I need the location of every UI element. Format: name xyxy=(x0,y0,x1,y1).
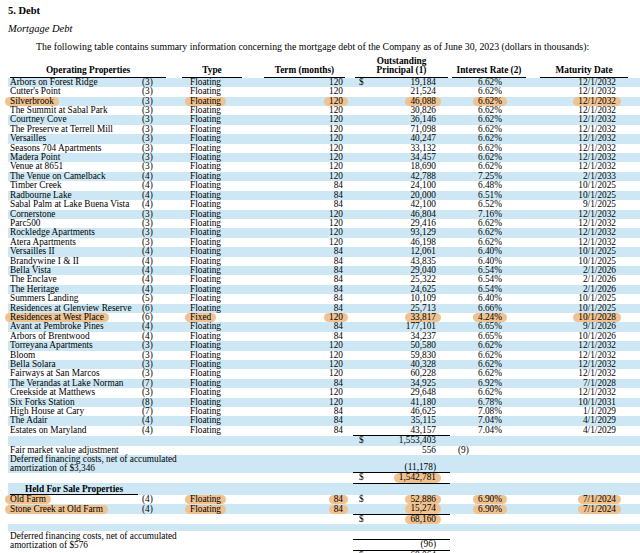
date-value: 7/1/2024 xyxy=(578,505,621,514)
rate-value: 6.62% xyxy=(478,86,502,96)
currency-symbol-cell: $ xyxy=(353,436,377,446)
table-row: Arbors of Brentwood (4) Floating 84 34,2… xyxy=(8,332,640,341)
date-value: 7/1/2024 xyxy=(578,495,621,504)
column-header-outstanding-principal: OutstandingPrincipal (1) xyxy=(353,57,450,78)
table-row: High House at Cary (7) Floating 84 46,62… xyxy=(8,407,640,416)
term-cell: 84 xyxy=(256,495,353,504)
term-value: 84 xyxy=(329,495,348,504)
section-title: 5. Debt xyxy=(8,5,640,16)
principal-cell: 15,274 xyxy=(377,504,450,514)
rate-cell: 6.90% xyxy=(450,504,528,514)
mortgage-debt-table: Operating Properties Type Term (months) … xyxy=(8,57,640,553)
hfs-deferred-amount: (96) xyxy=(377,540,450,550)
table-row: Cutter's Point (3) Floating 120 21,524 6… xyxy=(8,87,640,96)
type-cell: Floating xyxy=(168,495,256,504)
column-header-interest-rate: Interest Rate (2) xyxy=(450,57,528,78)
column-header-operating-properties: Operating Properties xyxy=(8,57,168,78)
property-name: Old Farm xyxy=(5,495,51,504)
currency-symbol-cell xyxy=(353,144,377,153)
column-header-maturity-date: Maturity Date xyxy=(528,57,640,78)
currency-symbol: $ xyxy=(359,494,364,504)
table-row: The Verandas at Lake Norman (7) Floating… xyxy=(8,379,640,388)
currency-symbol-cell: $ xyxy=(353,473,377,483)
table-row: Bella Solara (3) Floating 120 40,328 6.6… xyxy=(8,360,640,369)
currency-symbol-cell xyxy=(353,398,377,407)
footnote-ref: (4) xyxy=(142,504,153,514)
currency-symbol-cell xyxy=(353,125,377,134)
term-cell: 84 xyxy=(256,504,353,514)
currency-symbol-cell xyxy=(353,285,377,294)
table-row: Stone Creek at Old Farm (4) Floating 84 … xyxy=(8,504,640,514)
footnote-ref: (4) xyxy=(142,425,153,435)
date-cell: 4/1/2029 xyxy=(528,426,640,436)
rate-value: 7.04% xyxy=(478,415,502,425)
principal-value: 15,274 xyxy=(405,504,441,513)
held-for-sale-rows: Old Farm (4) Floating 84 $ 52,886 6.90% … xyxy=(8,495,640,514)
empty-cell xyxy=(353,446,377,455)
property-name: Stone Creek at Old Farm xyxy=(5,505,108,514)
hfs-subtotal-value: 68,160 xyxy=(405,515,441,524)
deferred-costs-row-line2: amortization of $3,346 (11,178) xyxy=(8,463,640,473)
rate-cell: 7.04% xyxy=(450,426,528,436)
property-name-cell: Stone Creek at Old Farm xyxy=(8,504,138,514)
type-value: Floating xyxy=(190,415,221,425)
term-value: 84 xyxy=(334,415,343,425)
table-row: Bella Vista (4) Floating 84 29,040 6.54%… xyxy=(8,266,640,275)
table-row: Sabal Palm at Lake Buena Vista (4) Float… xyxy=(8,200,640,209)
table-row: Parc500 (3) Floating 120 29,416 6.62% 12… xyxy=(8,219,640,228)
empty-cell xyxy=(8,473,353,483)
empty-cell xyxy=(353,540,377,550)
currency-symbol-cell xyxy=(353,115,377,124)
operating-properties-rows: Arbors on Forest Ridge (3) Floating 120 … xyxy=(8,78,640,436)
operating-totals-section: $ 1,553,403 Fair market value adjustment… xyxy=(8,436,640,495)
table-row: Rockledge Apartments (3) Floating 120 93… xyxy=(8,228,640,237)
currency-symbol-cell xyxy=(353,369,377,378)
date-cell: 7/1/2024 xyxy=(528,504,640,514)
term-cell: 84 xyxy=(256,426,353,436)
principal-cell: 43,157 xyxy=(377,426,450,436)
total-operating-row: $ 1,542,781 xyxy=(8,473,640,483)
currency-symbol-cell xyxy=(353,210,377,219)
type-value: Floating xyxy=(190,86,221,96)
table-row: Cornerstone (3) Floating 120 46,804 7.16… xyxy=(8,210,640,219)
currency-symbol-cell xyxy=(353,106,377,115)
currency-symbol-cell xyxy=(353,416,377,425)
deferred-costs-row-line1: Deferred financing costs, net of accumul… xyxy=(8,455,640,463)
empty-cell xyxy=(168,483,640,495)
table-row: Atera Apartments (3) Floating 120 46,198… xyxy=(8,238,640,247)
empty-cell xyxy=(450,473,640,483)
currency-symbol-cell xyxy=(353,87,377,96)
table-row: Seasons 704 Apartments (3) Floating 120 … xyxy=(8,144,640,153)
table-row: Versailles (3) Floating 120 40,247 6.62%… xyxy=(8,134,640,143)
type-value: Floating xyxy=(185,495,226,504)
table-row: Old Farm (4) Floating 84 $ 52,886 6.90% … xyxy=(8,495,640,504)
currency-symbol-cell xyxy=(353,304,377,313)
table-row: The Preserve at Terrell Mill (3) Floatin… xyxy=(8,125,640,134)
currency-symbol-cell xyxy=(353,257,377,266)
currency-symbol-cell xyxy=(353,153,377,162)
type-value: Floating xyxy=(185,505,226,514)
rate-cell: 6.90% xyxy=(450,495,528,504)
currency-symbol-cell xyxy=(353,238,377,247)
date-value: 4/1/2029 xyxy=(583,415,616,425)
currency-symbol-cell xyxy=(353,407,377,416)
currency-symbol: $ xyxy=(359,77,364,87)
empty-cell xyxy=(353,455,640,463)
empty-cell xyxy=(450,514,640,524)
total-operating-cell: 1,542,781 xyxy=(377,473,450,483)
table-row: The Summit at Sabal Park (3) Floating 12… xyxy=(8,106,640,115)
currency-symbol-cell xyxy=(353,191,377,200)
subtotal-value: 1,553,403 xyxy=(377,436,450,446)
currency-symbol-cell: $ xyxy=(353,78,377,87)
date-cell: 7/1/2024 xyxy=(528,495,640,504)
table-header: Operating Properties Type Term (months) … xyxy=(8,57,640,78)
empty-cell xyxy=(528,446,640,455)
currency-symbol-cell: $ xyxy=(353,495,377,504)
table-row: Bloom (3) Floating 120 59,830 6.62% 12/1… xyxy=(8,351,640,360)
currency-symbol-cell: $ xyxy=(353,514,377,524)
currency-symbol-cell xyxy=(353,322,377,331)
hfs-deferred-label-line1: Deferred financing costs, net of accumul… xyxy=(8,531,353,540)
empty-cell xyxy=(450,463,640,473)
table-row: The Adair (4) Floating 84 35,115 7.04% 4… xyxy=(8,416,640,425)
property-name: The Adair xyxy=(10,415,47,425)
